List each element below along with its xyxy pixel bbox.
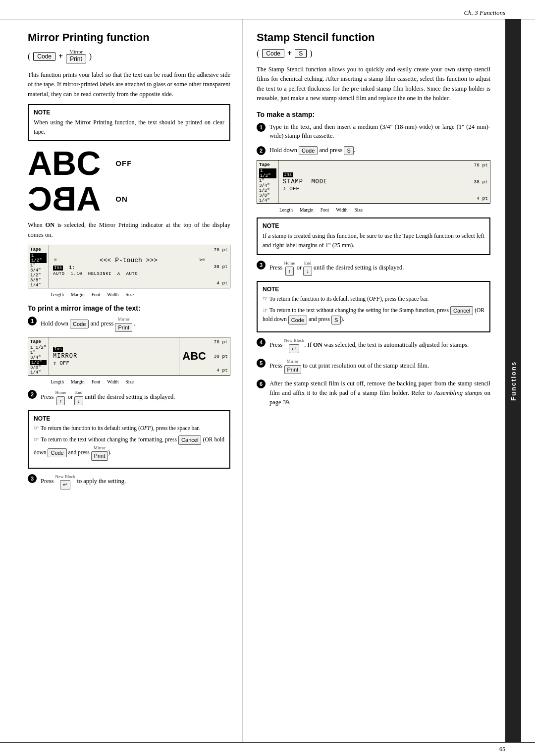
stamp-note2-list: To return the function to its default se… bbox=[263, 295, 484, 324]
stamp-end-key[interactable]: ↓ bbox=[303, 267, 312, 276]
mirror-key-combo: ( Code + Mirror Print ) bbox=[28, 49, 230, 63]
print-key-note[interactable]: Print bbox=[91, 451, 108, 461]
mirror-note-title: NOTE bbox=[34, 109, 224, 116]
stamp-stencil-title: Stamp Stencil function bbox=[257, 31, 490, 44]
print-key-wrapper: Mirror Print bbox=[66, 49, 86, 63]
stamp-step-4: 4 Press New Block↵. If ON was selected, … bbox=[257, 337, 490, 353]
step-1-content: Hold down Code and press Mirror Print . bbox=[41, 316, 230, 332]
close-paren: ) bbox=[89, 52, 92, 61]
mirror-step-1: 1 Hold down Code and press Mirror Print … bbox=[28, 316, 230, 332]
abc-mirrored: ABC bbox=[28, 182, 101, 216]
display-tape-labels-2: Tape 1 1/2" 1" 3/4" 1/2" 3/8" 1/4" bbox=[28, 337, 49, 375]
abc-off-row: ABC OFF bbox=[28, 146, 230, 180]
stamp-step-5: 5 Press MirrorPrint to cut print resolut… bbox=[257, 358, 490, 374]
note2-item-1: To return the function to its default se… bbox=[34, 424, 224, 432]
abc-normal: ABC bbox=[28, 146, 101, 180]
home-key-wrapper: Home ↑ bbox=[55, 389, 66, 405]
print-key[interactable]: Print bbox=[66, 54, 86, 63]
newblock-key[interactable]: ↵ bbox=[60, 480, 70, 489]
code-key[interactable]: Code bbox=[33, 52, 55, 61]
stamp-step-3-content: Press Home ↑ or End ↓ until the desired … bbox=[269, 260, 490, 276]
code-key-note[interactable]: Code bbox=[48, 448, 66, 458]
functions-tab: Functions bbox=[505, 19, 521, 742]
page-footer: 65 bbox=[0, 742, 535, 756]
cancel-key[interactable]: Cancel bbox=[178, 435, 201, 445]
step-num-1: 1 bbox=[28, 317, 37, 325]
display-screen-1: Tape 1 1/2" 1" 3/4" 1/2" 3/8" 1/4" ≡ <<<… bbox=[28, 245, 230, 288]
end-key[interactable]: ↓ bbox=[74, 396, 83, 406]
stamp-step-1-content: Type in the text, and then insert a medi… bbox=[269, 122, 490, 141]
content-area: Mirror Printing function ( Code + Mirror… bbox=[0, 19, 535, 742]
display-tape-labels-1: Tape 1 1/2" 1" 3/4" 1/2" 3/8" 1/4" bbox=[28, 245, 49, 288]
stamp-close-paren: ) bbox=[310, 49, 312, 58]
stamp-step-3: 3 Press Home ↑ or End ↓ until the desire… bbox=[257, 260, 490, 276]
stamp-step-6: 6 After the stamp stencil film is cut of… bbox=[257, 379, 490, 407]
end-key-wrapper: End ↓ bbox=[74, 389, 83, 405]
stamp-key-combo: ( Code + S ) bbox=[257, 49, 490, 58]
stamp-step-1: 1 Type in the text, and then insert a me… bbox=[257, 122, 490, 141]
display-bottom-labels-1: LengthMarginFontWidthSize bbox=[28, 292, 230, 297]
mirror-subsection-title: To print a mirror image of the text: bbox=[28, 304, 230, 312]
step1-print-key[interactable]: Print bbox=[115, 323, 132, 332]
stamp-note1-box: NOTE If a stamp is created using this fu… bbox=[257, 217, 490, 255]
stamp-display-content: Ins STAMP MODE ⇕ OFF bbox=[279, 161, 469, 203]
step1-print-wrapper: Mirror Print bbox=[115, 316, 132, 332]
stamp-s-key[interactable]: S bbox=[295, 49, 307, 58]
stamp-note2-title: NOTE bbox=[263, 286, 484, 293]
display-content-2: Ins MIRROR ⇕ OFF bbox=[49, 337, 179, 375]
stamp-open-paren: ( bbox=[257, 49, 259, 58]
stamp-step-num-2: 2 bbox=[257, 146, 266, 155]
step1-and-text: and press bbox=[90, 320, 115, 327]
mirror-note2-box: NOTE To return the function to its defau… bbox=[28, 410, 230, 469]
print-superscript: Mirror bbox=[69, 49, 83, 54]
plus-sign: + bbox=[58, 52, 63, 61]
left-column: Mirror Printing function ( Code + Mirror… bbox=[0, 19, 243, 742]
right-column: Stamp Stencil function ( Code + S ) The … bbox=[243, 19, 505, 742]
stamp-step-6-content: After the stamp stencil film is cut off,… bbox=[269, 379, 490, 407]
on-label: ON bbox=[115, 195, 128, 203]
stamp-s-key2[interactable]: S bbox=[344, 146, 353, 156]
step1-hold-text: Hold down bbox=[41, 320, 70, 327]
stamp-tape-labels: Tape 1 1/2" 1" 3/4" 1/2" 3/8" 1/4" bbox=[257, 161, 279, 203]
stamp-s-key3[interactable]: S bbox=[331, 316, 341, 325]
page-number: 65 bbox=[499, 746, 505, 753]
stamp-code-key3[interactable]: Code bbox=[288, 316, 307, 325]
display-pt-labels-1: 76 pt 38 pt 4 pt bbox=[209, 245, 230, 288]
stamp-code-key2[interactable]: Code bbox=[299, 146, 318, 156]
stamp-note2-box: NOTE To return the function to its defau… bbox=[257, 281, 490, 332]
stamp-bottom-labels: LengthMarginFontWidthSize bbox=[257, 208, 490, 213]
display-abc-right: ABC bbox=[179, 337, 209, 375]
mirror-note2-title: NOTE bbox=[34, 415, 224, 422]
home-key[interactable]: ↑ bbox=[56, 396, 65, 406]
mirror-step-3: 3 Press New Block↵ to apply the setting. bbox=[28, 474, 230, 489]
step1-code-key[interactable]: Code bbox=[70, 320, 89, 329]
mirror-note2-list: To return the function to its default se… bbox=[34, 424, 224, 461]
mirror-printing-title: Mirror Printing function bbox=[28, 31, 230, 44]
stamp-code-key[interactable]: Code bbox=[262, 49, 284, 58]
step1-mirror-super: Mirror bbox=[118, 316, 130, 323]
stamp-cancel-key[interactable]: Cancel bbox=[450, 306, 473, 316]
stamp-step-num-6: 6 bbox=[257, 379, 266, 388]
stamp-intro: The Stamp Stencil function allows you to… bbox=[257, 65, 490, 104]
stamp-home-key[interactable]: ↑ bbox=[285, 267, 294, 276]
stamp-step-num-1: 1 bbox=[257, 123, 266, 132]
stamp-step-num-5: 5 bbox=[257, 359, 266, 368]
step-2-content: Press Home ↑ or End ↓ until the desired … bbox=[41, 389, 230, 405]
stamp-print-key[interactable]: Print bbox=[284, 365, 302, 375]
mirror-intro: This function prints your label so that … bbox=[28, 70, 230, 99]
abc-on-row: ABC ON bbox=[28, 182, 230, 216]
step-3-content: Press New Block↵ to apply the setting. bbox=[41, 474, 230, 489]
stamp-note1-title: NOTE bbox=[263, 222, 484, 229]
stamp-step-4-content: Press New Block↵. If ON was selected, th… bbox=[269, 337, 490, 353]
stamp-subsection-title: To make a stamp: bbox=[257, 110, 490, 118]
chapter-header: Ch. 3 Functions bbox=[0, 0, 535, 19]
page: Ch. 3 Functions Mirror Printing function… bbox=[0, 0, 535, 756]
open-paren: ( bbox=[28, 52, 30, 61]
off-label: OFF bbox=[115, 159, 132, 167]
stamp-newblock-key[interactable]: ↵ bbox=[289, 344, 299, 354]
stamp-note2-item-1: To return the function to its default se… bbox=[263, 295, 484, 303]
stamp-step-2-content: Hold down Code and press S. bbox=[269, 146, 490, 155]
stamp-step-5-content: Press MirrorPrint to cut print resolutio… bbox=[269, 358, 490, 374]
note2-item-2: To return to the text without changing t… bbox=[34, 435, 224, 461]
stamp-step-2: 2 Hold down Code and press S. bbox=[257, 146, 490, 155]
